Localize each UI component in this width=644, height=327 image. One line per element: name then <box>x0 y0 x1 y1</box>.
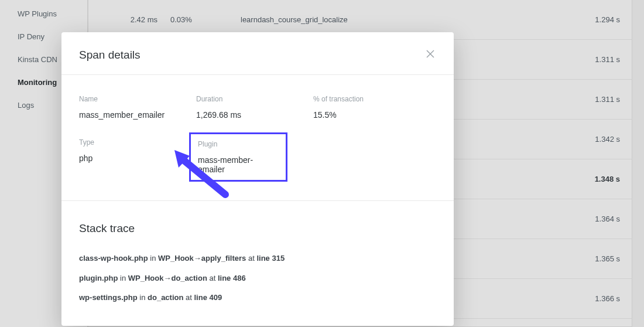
close-icon <box>426 50 434 60</box>
stack-func: WP_Hook→do_action <box>128 274 207 282</box>
detail-name-label: Name <box>79 95 196 103</box>
stack-trace-section: Stack trace class-wp-hook.php in WP_Hook… <box>61 201 454 326</box>
detail-type-label: Type <box>79 138 196 147</box>
stack-func: do_action <box>148 293 183 302</box>
stack-func: WP_Hook→apply_filters <box>158 254 246 263</box>
annotation-arrow-icon <box>170 149 240 204</box>
span-details-modal: Span details Name mass_member_emailer Du… <box>61 32 454 326</box>
stack-trace-title: Stack trace <box>79 222 436 235</box>
detail-percent-label: % of transaction <box>313 95 430 103</box>
stack-trace-line: wp-settings.php in do_action at line 409 <box>79 292 436 304</box>
detail-name-value: mass_member_emailer <box>79 110 196 120</box>
stack-file: plugin.php <box>79 274 118 282</box>
span-details-grid: Name mass_member_emailer Duration 1,269.… <box>61 75 454 201</box>
close-button[interactable] <box>424 49 436 61</box>
stack-file: class-wp-hook.php <box>79 254 148 263</box>
detail-percent-value: 15.5% <box>313 110 430 120</box>
detail-duration-label: Duration <box>196 95 313 103</box>
stack-trace-line: class-wp-hook.php in WP_Hook→apply_filte… <box>79 253 436 264</box>
stack-line-no: line 486 <box>218 274 246 282</box>
stack-trace-line: plugin.php in WP_Hook→do_action at line … <box>79 272 436 284</box>
detail-duration-value: 1,269.68 ms <box>196 110 313 120</box>
detail-plugin-label: Plugin <box>198 140 279 148</box>
stack-line-no: line 409 <box>194 293 222 302</box>
modal-title: Span details <box>79 49 141 62</box>
stack-line-no: line 315 <box>256 254 285 263</box>
stack-file: wp-settings.php <box>79 293 138 302</box>
